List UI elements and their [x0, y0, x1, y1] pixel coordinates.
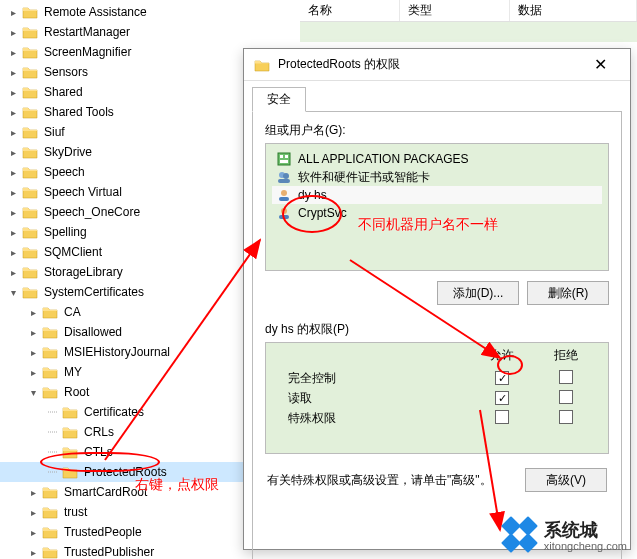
svg-point-9 — [283, 173, 289, 179]
advanced-button[interactable]: 高级(V) — [525, 468, 607, 492]
chevron-right-icon[interactable]: ▸ — [26, 485, 40, 499]
group-or-user-label: 组或用户名(G): — [265, 122, 609, 139]
chevron-down-icon[interactable]: ▾ — [6, 285, 20, 299]
list-item[interactable]: 软件和硬件证书或智能卡 — [272, 168, 602, 186]
svg-point-13 — [281, 208, 287, 214]
chevron-right-icon[interactable]: ▸ — [26, 545, 40, 559]
tree-item-label: SQMClient — [44, 245, 102, 259]
chevron-right-icon[interactable]: ▸ — [6, 145, 20, 159]
svg-rect-14 — [279, 215, 289, 219]
col-name[interactable]: 名称 — [300, 0, 400, 21]
watermark-url: xitongcheng.com — [544, 541, 627, 552]
list-item-selected[interactable]: dy hs — [272, 186, 602, 204]
chevron-right-icon[interactable]: ▸ — [26, 505, 40, 519]
chevron-right-icon[interactable]: ▸ — [6, 65, 20, 79]
folder-icon — [42, 485, 58, 499]
tree-item-label: SkyDrive — [44, 145, 92, 159]
col-type[interactable]: 类型 — [400, 0, 510, 21]
tree-item-label: Remote Assistance — [44, 5, 147, 19]
tree-item-label: TrustedPublisher — [64, 545, 154, 559]
chevron-right-icon[interactable]: ▸ — [6, 205, 20, 219]
listview-header: 名称 类型 数据 — [300, 0, 637, 22]
chevron-right-icon[interactable]: ▸ — [6, 245, 20, 259]
svg-rect-10 — [278, 179, 290, 183]
deny-checkbox[interactable] — [559, 390, 573, 404]
tree-item-label: RestartManager — [44, 25, 130, 39]
user-icon — [276, 205, 292, 221]
permission-name: 读取 — [276, 390, 470, 407]
allow-checkbox[interactable]: ✓ — [495, 371, 509, 385]
tree-leaf-icon — [46, 425, 60, 439]
permission-cell — [534, 390, 598, 407]
chevron-right-icon[interactable]: ▸ — [6, 45, 20, 59]
list-item-label: CryptSvc — [298, 206, 347, 220]
add-button[interactable]: 添加(D)... — [437, 281, 519, 305]
folder-icon — [22, 185, 38, 199]
folder-icon — [22, 165, 38, 179]
tree-item-label: SystemCertificates — [44, 285, 144, 299]
tree-item-label: Disallowed — [64, 325, 122, 339]
perm-header: 允许 拒绝 — [266, 343, 608, 368]
tree-item-label: Speech_OneCore — [44, 205, 140, 219]
folder-icon — [22, 25, 38, 39]
chevron-right-icon[interactable]: ▸ — [26, 345, 40, 359]
svg-rect-4 — [278, 153, 290, 165]
group-or-user-list[interactable]: ALL APPLICATION PACKAGES 软件和硬件证书或智能卡 dy … — [265, 143, 609, 271]
folder-icon — [42, 345, 58, 359]
dialog-titlebar[interactable]: ProtectedRoots 的权限 ✕ — [244, 49, 630, 81]
close-icon: ✕ — [594, 55, 607, 74]
folder-icon — [22, 245, 38, 259]
chevron-right-icon[interactable]: ▸ — [6, 185, 20, 199]
permission-row: 特殊权限 — [266, 408, 608, 428]
col-data[interactable]: 数据 — [510, 0, 637, 21]
watermark: 系统城 xitongcheng.com — [504, 519, 627, 553]
folder-icon — [254, 58, 270, 72]
tree-item-label: Speech Virtual — [44, 185, 122, 199]
allow-checkbox[interactable]: ✓ — [495, 391, 509, 405]
chevron-right-icon[interactable]: ▸ — [6, 265, 20, 279]
chevron-right-icon[interactable]: ▸ — [6, 125, 20, 139]
deny-checkbox[interactable] — [559, 410, 573, 424]
close-button[interactable]: ✕ — [580, 51, 620, 79]
perm-allow-col: 允许 — [470, 347, 534, 364]
tree-item[interactable]: ▸Remote Assistance — [0, 2, 300, 22]
chevron-right-icon[interactable]: ▸ — [6, 5, 20, 19]
tree-item-label: Speech — [44, 165, 85, 179]
tree-item-label: ProtectedRoots — [84, 465, 167, 479]
tree-leaf-icon — [46, 465, 60, 479]
list-item[interactable]: CryptSvc — [272, 204, 602, 222]
chevron-right-icon[interactable]: ▸ — [26, 325, 40, 339]
tab-panel-security: 组或用户名(G): ALL APPLICATION PACKAGES 软件和硬件… — [252, 111, 622, 559]
chevron-right-icon[interactable]: ▸ — [6, 25, 20, 39]
list-item-label: 软件和硬件证书或智能卡 — [298, 169, 430, 186]
chevron-right-icon[interactable]: ▸ — [6, 165, 20, 179]
chevron-right-icon[interactable]: ▸ — [26, 365, 40, 379]
tree-item-label: Sensors — [44, 65, 88, 79]
tree-item[interactable]: ▸RestartManager — [0, 22, 300, 42]
remove-button[interactable]: 删除(R) — [527, 281, 609, 305]
chevron-right-icon[interactable]: ▸ — [6, 225, 20, 239]
tree-item-label: CRLs — [84, 425, 114, 439]
folder-icon — [62, 465, 78, 479]
permissions-dialog: ProtectedRoots 的权限 ✕ 安全 组或用户名(G): ALL AP… — [243, 48, 631, 550]
dialog-title: ProtectedRoots 的权限 — [278, 56, 580, 73]
list-item[interactable]: ALL APPLICATION PACKAGES — [272, 150, 602, 168]
tree-item-label: Shared Tools — [44, 105, 114, 119]
allow-checkbox[interactable] — [495, 410, 509, 424]
folder-icon — [22, 225, 38, 239]
tab-row: 安全 — [252, 87, 630, 112]
chevron-right-icon[interactable]: ▸ — [26, 305, 40, 319]
tree-item-label: Shared — [44, 85, 83, 99]
folder-icon — [42, 385, 58, 399]
advanced-note-row: 有关特殊权限或高级设置，请单击"高级"。 高级(V) — [267, 468, 607, 492]
chevron-right-icon[interactable]: ▸ — [6, 85, 20, 99]
chevron-right-icon[interactable]: ▸ — [6, 105, 20, 119]
list-item-label: dy hs — [298, 188, 327, 202]
deny-checkbox[interactable] — [559, 370, 573, 384]
group-button-row: 添加(D)... 删除(R) — [265, 281, 609, 305]
svg-point-11 — [281, 190, 287, 196]
chevron-down-icon[interactable]: ▾ — [26, 385, 40, 399]
chevron-right-icon[interactable]: ▸ — [26, 525, 40, 539]
tree-item-label: StorageLibrary — [44, 265, 123, 279]
tab-security[interactable]: 安全 — [252, 87, 306, 112]
